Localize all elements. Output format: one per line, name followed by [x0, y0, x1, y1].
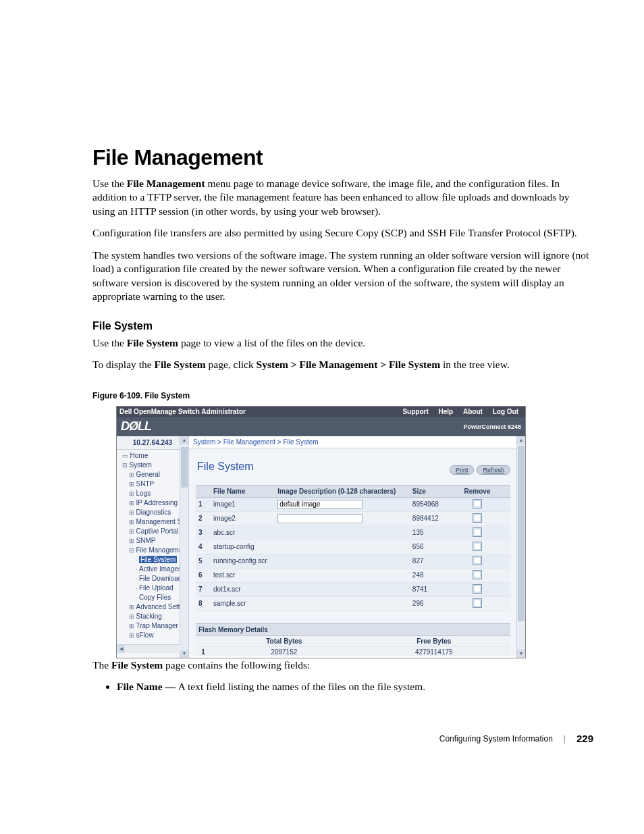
text: page contains the following fields:	[163, 659, 310, 671]
window-topbar: Dell OpenManage Switch Administrator Sup…	[117, 407, 525, 417]
sub-para-1: Use the File System page to view a list …	[92, 336, 593, 350]
sub-para-2: To display the File System page, click S…	[92, 358, 593, 371]
page-heading: File Management	[92, 145, 593, 170]
text: page to view a list of the files on the …	[178, 337, 365, 348]
nav-about[interactable]: About	[459, 408, 487, 415]
scroll-left-icon[interactable]: ◀	[117, 645, 125, 653]
remove-cell	[444, 582, 510, 596]
list-item: File Name — A text field listing the nam…	[117, 680, 593, 694]
intro-para-2: Configuration file transfers are also pe…	[92, 226, 593, 240]
nav-help[interactable]: Help	[435, 408, 458, 415]
file-name-cell: sample.scr	[211, 596, 275, 610]
table-row: 4startup-config656	[196, 540, 510, 554]
description-cell	[275, 596, 410, 610]
nav-logout[interactable]: Log Out	[489, 408, 522, 415]
description-input[interactable]	[277, 500, 363, 509]
remove-cell	[444, 525, 510, 540]
table-row: 8sample.scr296	[196, 596, 510, 610]
tree-vertical-scrollbar[interactable]: ▲ ▼	[180, 436, 188, 658]
row-index: 3	[196, 525, 211, 540]
size-cell: 248	[410, 568, 444, 582]
text-bold: File System	[127, 337, 178, 348]
scroll-down-icon[interactable]: ▼	[517, 650, 525, 658]
follow-text: The File System page contains the follow…	[92, 658, 593, 672]
nav-support[interactable]: Support	[398, 408, 432, 415]
remove-checkbox[interactable]	[473, 570, 482, 579]
size-cell: 8741	[410, 582, 444, 596]
text-bold: File System	[111, 659, 163, 671]
tree-horizontal-scrollbar[interactable]: ◀ ▶	[117, 644, 188, 653]
free-bytes-value: 4279114175	[358, 646, 510, 656]
print-button[interactable]: Print	[450, 465, 475, 475]
remove-checkbox[interactable]	[473, 499, 482, 509]
col-size: Size	[410, 485, 444, 497]
col-remove: Remove	[444, 485, 510, 497]
description-cell	[275, 525, 410, 540]
flash-memory-header: Flash Memory Details	[196, 623, 510, 636]
panel-title: File System	[197, 461, 254, 473]
description-cell	[275, 582, 410, 596]
size-cell: 656	[410, 540, 444, 554]
remove-cell	[444, 596, 510, 610]
row-index: 5	[196, 554, 211, 568]
scroll-up-icon[interactable]: ▲	[517, 436, 525, 444]
screenshot-figure: Dell OpenManage Switch Administrator Sup…	[116, 406, 526, 658]
file-name-cell: image1	[211, 497, 275, 511]
content-vertical-scrollbar[interactable]: ▲ ▼	[516, 436, 525, 658]
remove-cell	[444, 540, 510, 554]
text-bold: File Management	[127, 178, 205, 189]
text-bold: File System	[154, 359, 205, 370]
page-number: 229	[576, 733, 593, 744]
remove-checkbox[interactable]	[473, 542, 482, 551]
field-name: File Name —	[117, 681, 178, 692]
text-bold: System > File Management > File System	[257, 359, 441, 370]
remove-checkbox[interactable]	[473, 556, 482, 565]
remove-checkbox[interactable]	[473, 513, 482, 523]
scroll-down-icon[interactable]: ▼	[180, 650, 188, 658]
table-row: 1image18954968	[196, 497, 510, 511]
total-bytes-value: 2097152	[211, 646, 358, 656]
size-cell: 8984412	[410, 511, 444, 525]
scroll-thumb[interactable]	[181, 447, 188, 488]
remove-checkbox[interactable]	[473, 598, 482, 608]
size-cell: 296	[410, 596, 444, 610]
memory-index: 1	[196, 646, 211, 656]
footer-separator: |	[564, 734, 566, 744]
remove-checkbox[interactable]	[473, 584, 482, 594]
memory-row: 1 2097152 4279114175	[196, 646, 510, 656]
tree-sidebar: 10.27.64.243 Home System General SNTP Lo…	[117, 436, 189, 658]
file-name-cell: startup-config	[211, 540, 275, 554]
file-name-cell: running-config.scr	[211, 554, 275, 568]
col-file-name: File Name	[211, 485, 275, 497]
remove-checkbox[interactable]	[473, 527, 482, 537]
scroll-thumb[interactable]	[518, 446, 525, 621]
table-row: 3abc.scr135	[196, 525, 510, 540]
field-list: File Name — A text field listing the nam…	[117, 680, 593, 694]
brand-bar: DØLL PowerConnect 6248	[117, 417, 525, 436]
figure-caption: Figure 6-109. File System	[92, 391, 593, 400]
table-row: 2image28984412	[196, 511, 510, 525]
description-input[interactable]	[277, 514, 363, 523]
description-cell	[275, 554, 410, 568]
text: in the tree view.	[440, 359, 510, 370]
remove-cell	[444, 511, 510, 525]
col-total-bytes: Total Bytes	[211, 636, 358, 647]
row-index: 1	[196, 497, 211, 511]
flash-memory-table: Total Bytes Free Bytes 1 2097152 4279114…	[196, 636, 510, 656]
file-name-cell: image2	[211, 511, 275, 525]
intro-para-1: Use the File Management menu page to man…	[92, 177, 593, 218]
refresh-button[interactable]: Refresh	[477, 465, 510, 475]
description-cell	[275, 511, 410, 525]
breadcrumb: System > File Management > File System	[189, 436, 517, 448]
window-title: Dell OpenManage Switch Administrator	[119, 408, 398, 415]
table-row: 6test.scr248	[196, 568, 510, 582]
top-nav: Support Help About Log Out	[398, 408, 522, 415]
table-row: 5running-config.scr827	[196, 554, 510, 568]
scroll-up-icon[interactable]: ▲	[180, 436, 188, 444]
content-area: System > File Management > File System F…	[189, 436, 525, 658]
text: page, click	[206, 359, 257, 370]
tree-home[interactable]: Home	[122, 451, 188, 461]
text: The	[92, 659, 111, 671]
tree-system[interactable]: System	[122, 461, 188, 470]
file-name-cell: abc.scr	[211, 525, 275, 540]
